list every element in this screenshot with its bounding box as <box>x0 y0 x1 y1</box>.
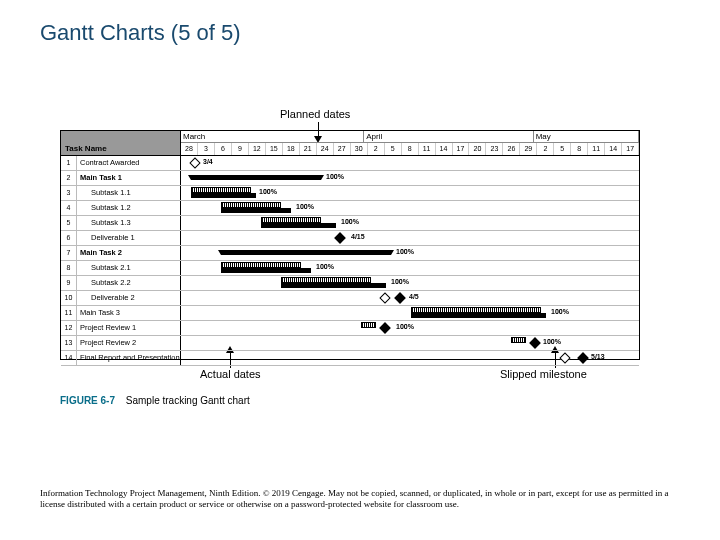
day-label: 29 <box>520 143 537 155</box>
task-name: Main Task 2 <box>77 246 181 260</box>
gantt-bar <box>411 313 546 318</box>
annotation-planned: Planned dates <box>280 108 350 120</box>
gantt-cell: 4/5 <box>181 291 639 305</box>
gantt-chart: Task Name MarchAprilMay 2836912151821242… <box>60 130 640 360</box>
gantt-rows: 1Contract Awarded3/42Main Task 1100%3Sub… <box>61 156 639 366</box>
gantt-cell: 100% <box>181 261 639 275</box>
day-label: 8 <box>571 143 588 155</box>
row-number: 3 <box>61 186 77 200</box>
day-label: 18 <box>283 143 300 155</box>
row-number: 14 <box>61 351 77 365</box>
gantt-bar <box>191 193 256 198</box>
row-number: 2 <box>61 171 77 185</box>
bar-label: 100% <box>296 203 314 210</box>
row-number: 6 <box>61 231 77 245</box>
table-row: 7Main Task 2100% <box>61 246 639 261</box>
day-label: 15 <box>266 143 283 155</box>
task-name: Project Review 2 <box>77 336 181 350</box>
table-row: 11Main Task 3100% <box>61 306 639 321</box>
bar-label: 100% <box>259 188 277 195</box>
month-label: May <box>534 131 639 142</box>
figure-caption: FIGURE 6-7 Sample tracking Gantt chart <box>60 395 250 406</box>
gantt-cell: 100% <box>181 321 639 335</box>
day-label: 12 <box>249 143 266 155</box>
row-number: 8 <box>61 261 77 275</box>
months-row: MarchAprilMay <box>181 131 639 143</box>
gantt-cell: 100% <box>181 186 639 200</box>
bar-label: 3/4 <box>203 158 213 165</box>
row-number: 7 <box>61 246 77 260</box>
table-row: 8Subtask 2.1100% <box>61 261 639 276</box>
row-number: 1 <box>61 156 77 170</box>
day-label: 14 <box>605 143 622 155</box>
day-label: 17 <box>622 143 639 155</box>
task-name: Project Review 1 <box>77 321 181 335</box>
day-label: 11 <box>588 143 605 155</box>
gantt-bar <box>281 283 386 288</box>
day-label: 11 <box>419 143 436 155</box>
task-name: Subtask 2.2 <box>77 276 181 290</box>
row-number: 12 <box>61 321 77 335</box>
day-label: 3 <box>198 143 215 155</box>
bar-label: 4/5 <box>409 293 419 300</box>
milestone-icon <box>334 232 345 243</box>
bar-label: 4/15 <box>351 233 365 240</box>
milestone-icon <box>394 292 405 303</box>
bar-label: 100% <box>326 173 344 180</box>
gantt-bar <box>261 223 336 228</box>
gantt-header: Task Name MarchAprilMay 2836912151821242… <box>61 131 639 156</box>
table-row: 12Project Review 1100% <box>61 321 639 336</box>
figure-label: FIGURE 6-7 <box>60 395 115 406</box>
task-name: Main Task 1 <box>77 171 181 185</box>
month-label: April <box>364 131 533 142</box>
day-label: 5 <box>554 143 571 155</box>
annotation-slipped: Slipped milestone <box>500 368 587 380</box>
gantt-cell: 100% <box>181 201 639 215</box>
gantt-bar <box>221 268 311 273</box>
table-row: 14Final Report and Presentation5/13 <box>61 351 639 366</box>
gantt-cell: 100% <box>181 306 639 320</box>
table-row: 13Project Review 2100% <box>61 336 639 351</box>
gantt-cell: 4/15 <box>181 231 639 245</box>
day-label: 9 <box>232 143 249 155</box>
row-number: 4 <box>61 201 77 215</box>
gantt-cell: 100% <box>181 171 639 185</box>
copyright-footer: Information Technology Project Managemen… <box>40 488 680 510</box>
milestone-icon <box>189 157 200 168</box>
days-row: 2836912151821242730258111417202326292581… <box>181 143 639 155</box>
milestone-icon <box>379 322 390 333</box>
gantt-bar <box>361 322 376 328</box>
task-name: Contract Awarded <box>77 156 181 170</box>
bar-label: 100% <box>391 278 409 285</box>
table-row: 9Subtask 2.2100% <box>61 276 639 291</box>
table-row: 4Subtask 1.2100% <box>61 201 639 216</box>
month-label: March <box>181 131 364 142</box>
table-row: 10Deliverable 24/5 <box>61 291 639 306</box>
task-name: Subtask 1.1 <box>77 186 181 200</box>
milestone-icon <box>379 292 390 303</box>
row-number: 10 <box>61 291 77 305</box>
milestone-icon <box>577 352 588 363</box>
slide-title: Gantt Charts (5 of 5) <box>40 20 241 46</box>
gantt-cell: 3/4 <box>181 156 639 170</box>
figure-text: Sample tracking Gantt chart <box>126 395 250 406</box>
task-name: Subtask 2.1 <box>77 261 181 275</box>
gantt-cell: 100% <box>181 246 639 260</box>
task-name: Main Task 3 <box>77 306 181 320</box>
gantt-bar <box>191 175 321 180</box>
row-number: 9 <box>61 276 77 290</box>
day-label: 27 <box>334 143 351 155</box>
day-label: 2 <box>537 143 554 155</box>
day-label: 17 <box>453 143 470 155</box>
task-name: Deliverable 1 <box>77 231 181 245</box>
gantt-cell: 100% <box>181 216 639 230</box>
table-row: 3Subtask 1.1100% <box>61 186 639 201</box>
bar-label: 100% <box>551 308 569 315</box>
task-name-header: Task Name <box>61 131 181 155</box>
day-label: 28 <box>181 143 198 155</box>
bar-label: 5/13 <box>591 353 605 360</box>
task-name: Subtask 1.2 <box>77 201 181 215</box>
task-name: Deliverable 2 <box>77 291 181 305</box>
table-row: 2Main Task 1100% <box>61 171 639 186</box>
day-label: 5 <box>385 143 402 155</box>
